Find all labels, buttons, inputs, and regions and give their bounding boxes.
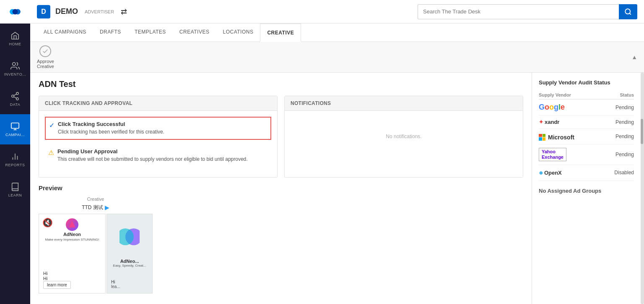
advertiser-label: ADVERTISER	[85, 9, 114, 14]
topbar: D DEMO ADVERTISER ⇄	[30, 0, 644, 24]
table-row: Microsoft Pending	[539, 129, 634, 144]
vendor-google: Google	[539, 100, 600, 115]
scrollbar-thumb[interactable]	[641, 119, 643, 144]
pending-approval-content: Pending User Approval This creative will…	[57, 148, 248, 163]
svg-point-5	[12, 95, 14, 97]
panels-row: Click Tracking and Approval ✓ Click Trac…	[39, 96, 523, 178]
svg-point-8	[625, 9, 630, 14]
switch-advertiser-icon[interactable]: ⇄	[121, 7, 127, 16]
advertiser-name: DEMO	[55, 7, 78, 16]
ad-frames: 🔇 AdNeon Make every Impression STUNNING!	[39, 214, 153, 294]
learn-icon	[10, 182, 20, 191]
search-button[interactable]	[619, 4, 637, 19]
sidebar-item-data-label: DATA	[10, 102, 21, 107]
tab-templates[interactable]: TEMPLATES	[128, 23, 173, 42]
table-row: Google Pending	[539, 100, 634, 115]
ad2-hi: Hi	[111, 280, 148, 284]
sidebar-item-learn-label: LEARN	[8, 193, 22, 197]
main-area: D DEMO ADVERTISER ⇄ ALL CAMPAIGNS DRAFTS…	[30, 0, 644, 304]
table-row: YahooExchange Pending	[539, 144, 634, 165]
sidebar-item-home-label: HOME	[9, 42, 21, 46]
search-container	[418, 4, 637, 19]
logo-icon	[68, 220, 76, 229]
campaigns-icon	[10, 122, 20, 131]
tracking-panel: Click Tracking and Approval ✓ Click Trac…	[39, 96, 278, 178]
svg-rect-7	[11, 123, 19, 128]
click-tracking-desc: Click tracking has been verified for thi…	[58, 128, 164, 136]
xandr-status: Pending	[600, 115, 634, 129]
sidebar-item-reports[interactable]: REPORTS	[0, 144, 30, 175]
tracking-panel-header: Click Tracking and Approval	[39, 96, 277, 111]
tab-locations[interactable]: LOCATIONS	[216, 23, 260, 42]
google-status: Pending	[600, 100, 634, 115]
nav-tabs: ALL CAMPAIGNS DRAFTS TEMPLATES CREATIVES…	[30, 24, 644, 42]
checkmark-icon	[42, 48, 49, 55]
ad-brand: AdNeon Make every Impression STUNNING!	[45, 218, 99, 241]
speaker-icon: 🔇	[42, 218, 53, 228]
sidebar-item-campaigns[interactable]: CAMPAI...	[0, 114, 30, 144]
click-tracking-title: Click Tracking Successful	[58, 121, 164, 127]
tab-creative[interactable]: CREATIVE	[260, 24, 301, 42]
audit-table: Supply Vendor Status Google Pending	[539, 91, 634, 181]
scrollbar-track[interactable]	[641, 73, 644, 304]
notifications-panel-header: Notifications	[285, 96, 523, 111]
ad2-logo-icon	[119, 227, 140, 247]
vendor-microsoft: Microsoft	[539, 129, 600, 144]
preview-section: Preview Creative TTD 测试 ▶ 🔇	[39, 184, 523, 294]
tab-all-campaigns[interactable]: ALL CAMPAIGNS	[37, 23, 93, 42]
sidebar-item-reports-label: REPORTS	[5, 163, 25, 167]
table-row: ●OpenX Disabled	[539, 165, 634, 181]
svg-point-3	[13, 63, 16, 66]
pending-approval-title: Pending User Approval	[57, 148, 248, 155]
reports-icon	[10, 152, 20, 161]
ad-hi-2: Hi	[43, 276, 101, 281]
preview-title: Preview	[39, 184, 523, 191]
openx-status: Disabled	[600, 165, 634, 181]
tab-creatives[interactable]: CREATIVES	[173, 23, 216, 42]
app-logo[interactable]	[0, 0, 30, 24]
yahoo-status: Pending	[600, 144, 634, 165]
ad2-logo-area	[111, 227, 148, 247]
sidebar-item-inventory[interactable]: INVENTO...	[0, 54, 30, 84]
sidebar-item-data[interactable]: DATA	[0, 84, 30, 114]
microsoft-status: Pending	[600, 129, 634, 144]
learn-more-button[interactable]: learn more	[43, 281, 71, 289]
search-input[interactable]	[418, 4, 619, 19]
ad2-learn: lea...	[111, 284, 148, 289]
notifications-panel-body: No notifications.	[285, 111, 523, 170]
svg-point-6	[16, 98, 19, 100]
content-with-sidebar: ADN Test Click Tracking and Approval ✓ C…	[30, 73, 644, 304]
sidebar-item-inventory-label: INVENTO...	[4, 72, 26, 76]
ad-frame-2: AdNeo... Easy, Speedy, Creat... Hi lea..…	[106, 214, 153, 294]
vendor-yahoo: YahooExchange	[539, 144, 600, 165]
ad-frame-1: 🔇 AdNeon Make every Impression STUNNING!	[39, 214, 106, 294]
search-icon	[624, 8, 632, 16]
ad-title-text: TTD 测试	[82, 204, 103, 211]
sidebar-item-home[interactable]: HOME	[0, 24, 30, 54]
home-icon	[10, 31, 20, 40]
svg-point-2	[13, 9, 18, 15]
ad-tagline: Make every Impression STUNNING!	[45, 238, 99, 241]
sidebar: HOME INVENTO... DATA CAMPAI... REPORTS	[0, 0, 30, 304]
approve-check-icon	[39, 45, 51, 57]
ad2-company: AdNeo...	[113, 259, 146, 264]
ad-hi: Hi	[43, 271, 101, 276]
approve-creative-button[interactable]: ApproveCreative	[37, 45, 54, 69]
table-row: ✦ xandr Pending	[539, 115, 634, 129]
tab-drafts[interactable]: DRAFTS	[93, 23, 128, 42]
vendor-col-header: Supply Vendor	[539, 91, 600, 100]
vendor-xandr: ✦ xandr	[539, 115, 600, 129]
ad2-text: AdNeo... Easy, Speedy, Creat...	[113, 259, 146, 267]
click-tracking-status: ✓ Click Tracking Successful Click tracki…	[45, 117, 271, 140]
content-area: ADN Test Click Tracking and Approval ✓ C…	[30, 73, 532, 304]
svg-point-4	[16, 92, 19, 95]
pending-approval-desc: This creative will not be submitted to s…	[57, 156, 248, 163]
no-ad-groups: No Assigned Ad Groups	[539, 188, 634, 194]
inventory-icon	[10, 61, 20, 71]
ad2-bottom: Hi lea...	[111, 280, 148, 289]
sidebar-item-learn[interactable]: LEARN	[0, 175, 30, 205]
status-col-header: Status	[600, 91, 634, 100]
notifications-panel: Notifications No notifications.	[284, 96, 523, 178]
pending-approval-status: ⚠ Pending User Approval This creative wi…	[45, 145, 271, 166]
collapse-button[interactable]: ▲	[631, 54, 637, 60]
